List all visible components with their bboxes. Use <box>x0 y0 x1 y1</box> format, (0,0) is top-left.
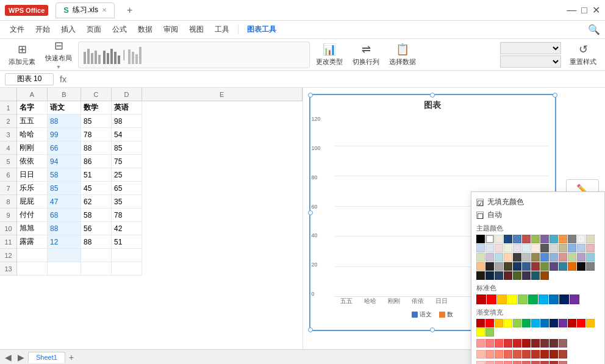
standard-swatch-3[interactable] <box>507 294 517 304</box>
gradient-swatch-8[interactable] <box>550 319 558 327</box>
close-tab-icon[interactable]: ✕ <box>102 7 107 13</box>
cg-swatch-2-1[interactable] <box>485 361 494 364</box>
menu-tools[interactable]: 工具 <box>210 22 234 37</box>
theme-swatch-34[interactable] <box>550 253 558 262</box>
menu-formula[interactable]: 公式 <box>107 22 132 37</box>
cell-b13[interactable] <box>48 262 81 276</box>
theme-swatch-53[interactable] <box>485 271 494 280</box>
menu-review[interactable]: 审阅 <box>159 22 183 37</box>
handle-tl[interactable] <box>308 93 313 98</box>
theme-swatch-48[interactable] <box>559 262 567 271</box>
nav-left-button[interactable]: ◀ <box>2 352 14 362</box>
cell-a6[interactable]: 日日 <box>17 168 48 182</box>
theme-swatch-33[interactable] <box>540 253 549 262</box>
gradient-swatch-13[interactable] <box>476 328 485 337</box>
add-element-button[interactable]: ⊞ 添加元素 <box>5 40 39 69</box>
theme-swatch-6[interactable] <box>531 235 540 243</box>
cell-d6[interactable]: 25 <box>112 168 142 182</box>
standard-swatch-1[interactable] <box>487 294 496 304</box>
formula-fx-icon[interactable]: fx <box>56 74 70 84</box>
cg-swatch-2-3[interactable] <box>504 361 512 364</box>
cell-c11[interactable]: 88 <box>81 235 112 249</box>
theme-swatch-31[interactable] <box>522 253 531 262</box>
cell-d11[interactable]: 51 <box>112 235 142 249</box>
theme-swatch-12[interactable] <box>586 235 595 243</box>
menu-insert[interactable]: 插入 <box>56 22 81 37</box>
theme-swatch-26[interactable] <box>476 253 485 262</box>
cell-b8[interactable]: 47 <box>48 195 81 209</box>
theme-swatch-40[interactable] <box>485 262 494 271</box>
theme-swatch-32[interactable] <box>531 253 540 262</box>
cell-d7[interactable]: 65 <box>112 182 142 195</box>
no-fill-checkbox[interactable]: ☑ <box>476 199 484 206</box>
theme-swatch-28[interactable] <box>495 253 503 262</box>
cell-reference[interactable] <box>5 73 54 85</box>
theme-swatch-58[interactable] <box>531 271 540 280</box>
standard-swatch-9[interactable] <box>570 294 579 304</box>
cell-a12[interactable] <box>17 249 48 262</box>
gradient-swatch-4[interactable] <box>513 319 521 327</box>
theme-swatch-38[interactable] <box>586 253 595 262</box>
cell-d1[interactable]: 英语 <box>112 101 142 115</box>
close-button[interactable]: ✕ <box>592 4 600 16</box>
theme-swatch-56[interactable] <box>513 271 521 280</box>
cell-b2[interactable]: 88 <box>48 115 81 128</box>
theme-swatch-8[interactable] <box>550 235 558 243</box>
theme-swatch-36[interactable] <box>568 253 576 262</box>
gradient-swatch-14[interactable] <box>485 328 494 337</box>
cg-swatch-2-4[interactable] <box>513 361 521 364</box>
theme-swatch-54[interactable] <box>495 271 503 280</box>
menu-page[interactable]: 页面 <box>82 22 106 37</box>
theme-swatch-47[interactable] <box>550 262 558 271</box>
theme-swatch-5[interactable] <box>522 235 531 243</box>
change-type-button[interactable]: 📊 更改类型 <box>312 40 346 69</box>
theme-swatch-45[interactable] <box>531 262 540 271</box>
theme-swatch-46[interactable] <box>540 262 549 271</box>
gradient-swatch-2[interactable] <box>495 319 503 327</box>
theme-swatch-10[interactable] <box>568 235 576 243</box>
standard-swatch-4[interactable] <box>518 294 528 304</box>
theme-swatch-25[interactable] <box>586 244 595 252</box>
maximize-button[interactable]: □ <box>581 5 587 16</box>
cg-swatch-1-5[interactable] <box>522 350 531 359</box>
theme-swatch-51[interactable] <box>586 262 595 271</box>
cg-swatch-1-6[interactable] <box>531 350 540 359</box>
cell-d4[interactable]: 85 <box>112 141 142 155</box>
cell-c9[interactable]: 58 <box>81 209 112 222</box>
theme-swatch-2[interactable] <box>495 235 503 243</box>
cell-a2[interactable]: 五五 <box>17 115 48 128</box>
cg-swatch-0-3[interactable] <box>504 339 512 348</box>
theme-swatch-41[interactable] <box>495 262 503 271</box>
minimize-button[interactable]: — <box>567 5 576 16</box>
theme-swatch-13[interactable] <box>476 244 485 252</box>
theme-swatch-3[interactable] <box>504 235 512 243</box>
theme-swatch-35[interactable] <box>559 253 567 262</box>
gradient-swatch-6[interactable] <box>531 319 540 327</box>
cell-b11[interactable]: 12 <box>48 235 81 249</box>
menu-data[interactable]: 数据 <box>133 22 157 37</box>
standard-swatch-0[interactable] <box>476 294 486 304</box>
theme-swatch-7[interactable] <box>540 235 549 243</box>
no-fill-row[interactable]: ☑ 无填充颜色 <box>476 197 600 207</box>
theme-swatch-0[interactable] <box>476 235 485 243</box>
theme-swatch-37[interactable] <box>577 253 585 262</box>
cell-d5[interactable]: 75 <box>112 155 142 168</box>
cg-swatch-1-9[interactable] <box>559 350 567 359</box>
cell-c1[interactable]: 数学 <box>81 101 112 115</box>
theme-swatch-57[interactable] <box>522 271 531 280</box>
cell-b7[interactable]: 85 <box>48 182 81 195</box>
cell-a4[interactable]: 刚刚 <box>17 141 48 155</box>
cell-a9[interactable]: 付付 <box>17 209 48 222</box>
cg-swatch-1-0[interactable] <box>476 350 485 359</box>
cg-swatch-0-5[interactable] <box>522 339 531 348</box>
theme-swatch-9[interactable] <box>559 235 567 243</box>
sheet-tab-1[interactable]: Sheet1 <box>28 352 65 363</box>
theme-swatch-21[interactable] <box>550 244 558 252</box>
gradient-swatch-12[interactable] <box>586 319 595 327</box>
theme-swatch-4[interactable] <box>513 235 521 243</box>
cell-c8[interactable]: 62 <box>81 195 112 209</box>
cg-swatch-2-0[interactable] <box>476 361 485 364</box>
theme-swatch-14[interactable] <box>485 244 494 252</box>
cg-swatch-0-6[interactable] <box>531 339 540 348</box>
theme-swatch-30[interactable] <box>513 253 521 262</box>
